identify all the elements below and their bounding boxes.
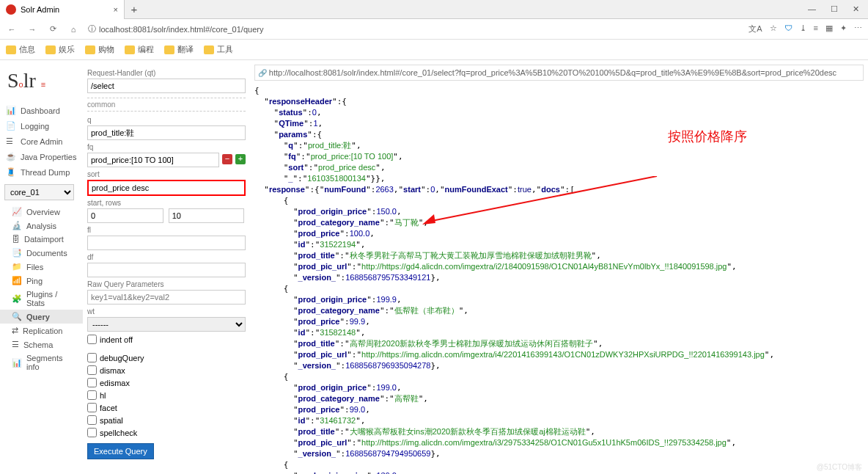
check-facet[interactable]: facet (87, 403, 246, 412)
minimize-icon[interactable]: — (808, 4, 816, 14)
replication-icon: ⇄ (12, 326, 18, 335)
start-input[interactable] (87, 208, 163, 223)
result-url[interactable]: 🔗 http://localhost:8081/solr/index.html#… (254, 65, 864, 81)
rh-label: Request-Handler (qt) (87, 69, 246, 77)
segments-icon: 📊 (12, 358, 22, 368)
sub-replication[interactable]: ⇄Replication (0, 324, 83, 338)
sub-analysis[interactable]: 🔬Analysis (0, 219, 83, 233)
annotation-text: 按照价格降序 (668, 128, 747, 145)
bookmark-folder[interactable]: 信息 (6, 44, 35, 55)
nav-java-props[interactable]: ☕Java Properties (0, 149, 83, 164)
indent-check[interactable]: indent off (87, 335, 246, 344)
forward-icon[interactable]: → (26, 25, 38, 34)
menu-icon[interactable]: ⋯ (854, 23, 862, 34)
bookmark-folder[interactable]: 购物 (85, 44, 114, 55)
translate-icon[interactable]: 文A (749, 23, 762, 34)
reload-icon[interactable]: ⟳ (47, 24, 59, 34)
browser-tab-strip: Solr Admin × + — ☐ ✕ (0, 0, 868, 19)
bookmarks-bar: 信息 娱乐 购物 编程 翻译 工具 (0, 40, 868, 60)
tab-title: Solr Admin (21, 5, 59, 14)
new-tab-button[interactable]: + (125, 3, 144, 15)
home-icon[interactable]: ⌂ (67, 25, 79, 34)
nav-dashboard[interactable]: 📊Dashboard (0, 103, 83, 118)
dataimport-icon: 🗄 (12, 235, 20, 244)
sub-segments[interactable]: 📊Segments info (0, 351, 83, 373)
add-fq-icon[interactable]: + (235, 154, 246, 164)
bookmark-folder[interactable]: 编程 (125, 44, 154, 55)
folder-icon (164, 45, 174, 54)
core-selector[interactable]: core_01 (4, 184, 74, 200)
sub-documents[interactable]: 📑Documents (0, 246, 83, 260)
remove-fq-icon[interactable]: − (222, 154, 232, 164)
rqp-input[interactable] (87, 290, 246, 305)
fq-label: fq (87, 143, 246, 151)
fq-input[interactable] (87, 153, 219, 167)
q-label: q (87, 116, 246, 124)
browser-tab[interactable]: Solr Admin × (0, 0, 125, 19)
save-icon[interactable]: ⤓ (800, 23, 806, 34)
window-controls: — ☐ ✕ (808, 4, 868, 14)
info-icon: ⓘ (88, 23, 96, 34)
shield-icon[interactable]: 🛡 (784, 23, 792, 34)
sub-ping[interactable]: 📶Ping (0, 274, 83, 288)
sub-dataimport[interactable]: 🗄Dataimport (0, 233, 83, 246)
files-icon: 📁 (12, 262, 22, 271)
maximize-icon[interactable]: ☐ (831, 4, 838, 14)
watermark: @51CTO博客 (817, 462, 862, 473)
tab-close-icon[interactable]: × (114, 5, 118, 14)
check-edismax[interactable]: edismax (87, 378, 246, 387)
sub-query[interactable]: 🔍Query (0, 310, 83, 324)
sort-label: sort (87, 170, 246, 178)
star-icon[interactable]: ☆ (770, 23, 777, 34)
rqp-label: Raw Query Parameters (87, 280, 246, 288)
wt-select[interactable]: ------ (87, 317, 246, 332)
check-spellcheck[interactable]: spellcheck (87, 428, 246, 437)
folder-icon (6, 45, 16, 54)
result-panel: 🔗 http://localhost:8081/solr/index.html#… (250, 60, 868, 474)
list-icon[interactable]: ≡ (814, 23, 818, 34)
java-icon: ☕ (6, 152, 16, 161)
url-text: localhost:8081/solr/index.html#/core_01/… (99, 25, 263, 34)
dashboard-icon: 📊 (6, 106, 16, 115)
back-icon[interactable]: ← (6, 25, 18, 34)
url-box[interactable]: ⓘ localhost:8081/solr/index.html#/core_0… (88, 23, 740, 34)
check-hl[interactable]: hl (87, 390, 246, 400)
grid-icon[interactable]: ▦ (825, 23, 833, 34)
df-input[interactable] (87, 263, 246, 277)
rh-input[interactable] (87, 79, 246, 93)
bookmark-folder[interactable]: 娱乐 (45, 44, 75, 55)
solr-logo: Solr ≡ (0, 66, 83, 103)
nav-core-admin[interactable]: ☰Core Admin (0, 134, 83, 149)
plugins-icon: 🧩 (12, 294, 22, 304)
query-form: Request-Handler (qt) common q fq − + sor… (83, 60, 250, 474)
nav-thread-dump[interactable]: 🧵Thread Dump (0, 164, 83, 180)
nav-logging[interactable]: 📄Logging (0, 118, 83, 134)
schema-icon: ☰ (12, 340, 19, 349)
check-spatial[interactable]: spatial (87, 415, 246, 425)
sub-schema[interactable]: ☰Schema (0, 338, 83, 351)
rows-input[interactable] (169, 208, 245, 223)
sidebar: Solr ≡ 📊Dashboard 📄Logging ☰Core Admin ☕… (0, 60, 83, 474)
overview-icon: 📈 (12, 207, 22, 216)
sub-overview[interactable]: 📈Overview (0, 205, 83, 219)
folder-icon (125, 45, 135, 54)
bookmark-folder[interactable]: 翻译 (164, 44, 194, 55)
core-admin-icon: ☰ (6, 136, 16, 146)
start-rows-label: start, rows (87, 199, 246, 207)
tab-favicon-icon (6, 4, 16, 15)
execute-query-button[interactable]: Execute Query (87, 443, 154, 459)
sub-plugins[interactable]: 🧩Plugins / Stats (0, 288, 83, 310)
check-debugquery[interactable]: debugQuery (87, 353, 246, 362)
q-input[interactable] (87, 125, 246, 140)
folder-icon (45, 45, 56, 54)
check-dismax[interactable]: dismax (87, 365, 246, 375)
common-section: common (87, 98, 246, 112)
ext-icon[interactable]: ✦ (840, 23, 847, 34)
json-response: { "responseHeader":{ "status":0, "QTime"… (254, 85, 864, 474)
sub-files[interactable]: 📁Files (0, 260, 83, 274)
df-label: df (87, 253, 246, 261)
bookmark-folder[interactable]: 工具 (204, 44, 233, 55)
sort-input[interactable] (87, 180, 246, 196)
fl-input[interactable] (87, 236, 246, 250)
close-window-icon[interactable]: ✕ (853, 4, 859, 14)
